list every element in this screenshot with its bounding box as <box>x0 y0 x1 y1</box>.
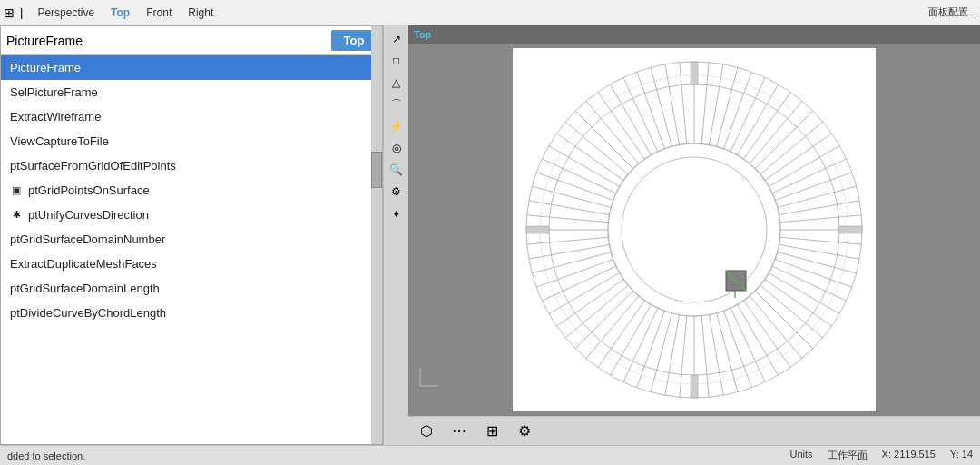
item-label: ptGridPointsOnSurface <box>28 183 150 197</box>
item-label: PictureFrame <box>10 61 81 74</box>
svg-line-62 <box>717 67 738 146</box>
svg-line-74 <box>778 186 857 207</box>
svg-line-16 <box>743 301 790 368</box>
gear-svg <box>517 53 871 407</box>
dropdown-item[interactable]: ptDivideCurveByChordLength <box>1 301 382 325</box>
side-toolbar: ↗□△⌒⚡◎🔍⚙♦ <box>383 25 408 445</box>
side-tool-3[interactable]: ⌒ <box>387 94 407 114</box>
side-tool-5[interactable]: ◎ <box>387 138 407 158</box>
svg-rect-80 <box>691 375 698 398</box>
svg-line-30 <box>598 301 645 368</box>
svg-line-56 <box>651 67 671 146</box>
svg-line-67 <box>750 101 802 163</box>
svg-line-15 <box>750 296 802 359</box>
tab-top[interactable]: Top <box>103 5 137 21</box>
svg-line-34 <box>556 279 623 326</box>
svg-line-33 <box>565 285 628 338</box>
y-coord: Y: 14 <box>950 449 973 462</box>
side-tool-8[interactable]: ♦ <box>387 203 407 223</box>
bottom-toolbar: ⬡ ⋯ ⊞ ⚙ <box>408 416 980 445</box>
side-tool-7[interactable]: ⚙ <box>387 182 407 202</box>
tab-right[interactable]: Right <box>181 5 220 21</box>
svg-line-14 <box>755 291 813 349</box>
svg-line-68 <box>755 111 813 169</box>
scroll-thumb[interactable] <box>371 152 382 188</box>
item-label: ExtractDuplicateMeshFaces <box>10 257 157 271</box>
dropdown-item[interactable]: PictureFrame <box>1 55 382 80</box>
corner-indicator <box>416 363 443 391</box>
units-label: Units <box>790 449 813 462</box>
x-coord: X: 2119.515 <box>882 449 936 462</box>
item-label: ExtractWireframe <box>10 110 101 124</box>
autocomplete-panel: Top PictureFrameSelPictureFrameExtractWi… <box>0 25 383 445</box>
dropdown-item[interactable]: ptGridSurfaceDomainNumber <box>1 227 382 252</box>
side-tool-4[interactable]: ⚡ <box>387 116 407 136</box>
item-label: ptGridSurfaceDomainLength <box>10 282 160 295</box>
bottom-icon-dots[interactable]: ⋯ <box>446 419 472 444</box>
item-label: ptDivideCurveByChordLength <box>10 306 166 320</box>
dropdown-item[interactable]: ▣ptGridPointsOnSurface <box>1 178 382 203</box>
dropdown-item[interactable]: ExtractDuplicateMeshFaces <box>1 252 382 276</box>
top-badge: Top <box>331 30 377 51</box>
svg-line-6 <box>780 237 862 244</box>
dropdown-item[interactable]: SelPictureFrame <box>1 80 382 104</box>
svg-point-2 <box>608 143 780 316</box>
tab-perspective[interactable]: Perspective <box>30 5 102 21</box>
item-label: ptUnifyCurvesDirection <box>28 208 149 222</box>
svg-line-69 <box>760 122 823 174</box>
tab-front[interactable]: Front <box>139 5 179 21</box>
panel-config-button[interactable]: 面板配置... <box>928 5 976 19</box>
side-tool-1[interactable]: □ <box>387 51 407 71</box>
viewport-label: Top <box>414 29 431 40</box>
svg-line-49 <box>565 122 628 174</box>
svg-rect-79 <box>839 226 862 233</box>
item-label: ptGridSurfaceDomainNumber <box>10 232 165 246</box>
left-panel: Top PictureFrameSelPictureFrameExtractWi… <box>0 25 408 445</box>
svg-line-51 <box>586 101 639 163</box>
search-box: Top <box>1 26 382 55</box>
dropdown-item[interactable]: ptGridSurfaceDomainLength <box>1 276 382 301</box>
svg-line-22 <box>701 316 709 398</box>
top-bar-separator: | <box>20 5 23 19</box>
svg-line-42 <box>527 215 609 223</box>
main-layout: Top PictureFrameSelPictureFrameExtractWi… <box>0 25 980 445</box>
svg-line-13 <box>760 285 823 338</box>
viewport-tabs: Perspective Top Front Right <box>30 5 220 21</box>
status-right: Units 工作平面 X: 2119.515 Y: 14 <box>790 449 973 462</box>
status-bar: dded to selection. Units 工作平面 X: 2119.51… <box>0 445 980 465</box>
svg-line-66 <box>743 92 790 159</box>
item-label: ptSurfaceFromGridOfEditPoints <box>10 159 176 173</box>
grid-icon: ⊞ <box>4 5 15 20</box>
viewport-area: Top <box>408 25 980 445</box>
svg-line-31 <box>586 296 639 359</box>
dropdown-item[interactable]: ViewCaptureToFile <box>1 129 382 153</box>
side-tool-0[interactable]: ↗ <box>387 29 407 49</box>
svg-line-52 <box>598 92 645 159</box>
svg-line-26 <box>651 313 671 392</box>
viewport-canvas[interactable]: const svg = document.getElementById('spo… <box>408 44 980 416</box>
bottom-icon-grid[interactable]: ⊞ <box>479 419 505 444</box>
svg-line-58 <box>680 63 687 144</box>
svg-line-44 <box>532 186 611 207</box>
dropdown-item[interactable]: ExtractWireframe <box>1 104 382 129</box>
dropdown-item[interactable]: ptSurfaceFromGridOfEditPoints <box>1 153 382 178</box>
viewport-header: Top <box>408 25 980 44</box>
dropdown-list: PictureFrameSelPictureFrameExtractWirefr… <box>1 55 382 444</box>
bottom-icon-hex[interactable]: ⬡ <box>414 419 439 444</box>
svg-line-24 <box>680 316 687 398</box>
search-input[interactable] <box>6 34 322 48</box>
item-label: ViewCaptureToFile <box>10 134 109 148</box>
svg-line-60 <box>701 63 709 144</box>
svg-line-70 <box>765 134 832 181</box>
bottom-icon-gear[interactable]: ⚙ <box>512 419 537 444</box>
svg-line-8 <box>778 252 857 273</box>
item-icon: ✱ <box>10 209 23 221</box>
scrollbar-vertical[interactable] <box>371 26 382 444</box>
side-tool-2[interactable]: △ <box>387 73 407 93</box>
svg-rect-77 <box>691 62 698 84</box>
dropdown-item[interactable]: ✱ptUnifyCurvesDirection <box>1 203 382 227</box>
item-label: SelPictureFrame <box>10 85 98 99</box>
svg-rect-78 <box>526 226 549 233</box>
workspace-label: 工作平面 <box>828 449 867 462</box>
side-tool-6[interactable]: 🔍 <box>387 160 407 180</box>
